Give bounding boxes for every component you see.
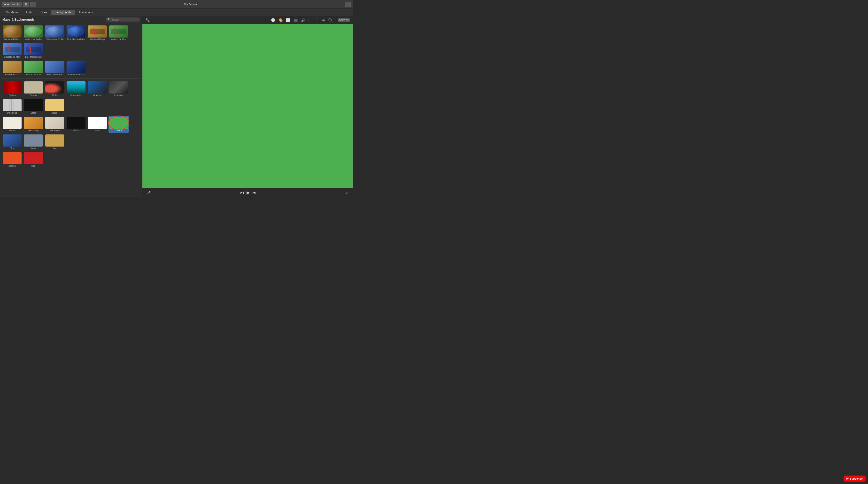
tab-my-media[interactable]: My Media [2,10,22,15]
next-button[interactable]: ⏭ [252,190,256,195]
player-center: ⏮ ▶ ⏭ [240,190,256,195]
download-button[interactable]: ↓ [30,2,36,7]
list-item[interactable]: Paper [2,116,22,133]
thumb-label: Blue Marble Globe [67,38,85,41]
thumb-old-world-map [88,25,107,37]
movie-title: My Movie [184,2,197,6]
thumb-white [88,117,107,129]
thumb-label: Watercolor Still [26,73,41,76]
tab-audio[interactable]: Audio [22,10,37,15]
thumb-black [67,117,86,129]
tab-transitions[interactable]: Transitions [75,10,96,15]
camera-icon[interactable]: 📹 [293,18,299,23]
thumb-stars [24,99,43,111]
speed-icon[interactable]: ⏱ [315,18,319,23]
panel-title: Maps & Backgrounds [2,18,35,21]
thumb-watercolor-still [24,61,43,73]
list-item[interactable]: Educational Map [2,42,22,59]
fullscreen-icon[interactable]: ⤢ [345,190,349,195]
back-icon: ◀ [4,3,6,6]
backgrounds-grid: Curtain Organic Blobs Underwater Gradien… [2,81,140,115]
tab-backgrounds[interactable]: Backgrounds [51,10,75,15]
list-item[interactable]: Red [23,151,43,168]
projects-button[interactable]: ◀ ◀ Projects [2,2,22,6]
list-item[interactable]: Educational Still [44,60,65,77]
list-item[interactable]: Underwater [66,81,86,97]
stabilize-icon[interactable]: ⊕ [321,18,326,23]
list-item[interactable]: Educational Globe [44,25,65,41]
nav-tabs: My Media Audio Titles Backgrounds Transi… [0,9,352,16]
mic-icon[interactable]: 🎤 [146,190,151,195]
backgrounds-grid-3: Orange Red [2,151,140,168]
thumb-label: Black [73,129,79,132]
projects-label: ◀ Projects [7,3,20,6]
player-controls: 🎤 ⏮ ▶ ⏭ ⤢ [143,188,352,197]
list-item[interactable]: Blue Marble Map [23,42,43,59]
thumb-label: Gray [31,147,36,150]
top-bar: ◀ ◀ Projects ⊞ ↓ My Movie ↑ [0,0,352,9]
maps-grid: Old World Globe Watercolor Globe Educati… [2,25,140,59]
info-icon[interactable]: ⓘ [328,18,333,23]
thumb-label: Pinstripes [7,112,17,114]
thumb-watercolor-map [109,25,128,37]
thumb-silk-orange [24,117,43,129]
list-item[interactable]: Old World Still [2,60,22,77]
list-item[interactable]: Gradient [87,81,107,97]
wave-icon[interactable]: 〰 [308,18,313,23]
thumb-label: Paper [9,129,15,132]
thumb-label: Industrial [114,94,123,97]
thumb-label: Blue Marble Still [68,73,84,76]
list-item[interactable]: Black [66,116,86,133]
play-button[interactable]: ▶ [247,190,250,195]
list-item[interactable]: Blue [2,134,22,150]
thumb-label: Educational Globe [46,38,64,41]
thumb-label: Silk-Beige [50,129,60,132]
list-item[interactable]: Old World Globe [2,25,22,41]
crop-icon[interactable]: ⬜ [285,18,291,23]
list-item[interactable]: Silk-Orange [23,116,43,133]
list-item[interactable]: White [87,116,107,133]
list-item[interactable]: Gray [23,134,43,150]
list-item[interactable]: Blue Marble Still [66,60,86,77]
audio-icon[interactable]: 🔊 [300,18,306,23]
show-all-button[interactable]: Show All [338,18,350,22]
list-item[interactable]: Industrial [108,81,129,97]
list-item[interactable]: Green [108,116,129,133]
list-item[interactable]: Blobs [44,81,65,97]
list-item[interactable]: Tan [44,134,65,150]
top-bar-left: ◀ ◀ Projects ⊞ ↓ [2,2,36,7]
mic-section: 🎤 [146,191,151,194]
list-item[interactable]: Old World Map [87,25,107,41]
list-item[interactable]: Watercolor Still [23,60,43,77]
list-item[interactable]: Blue Marble Globe [66,25,86,41]
thumb-old-world-still [3,61,22,73]
prev-button[interactable]: ⏮ [240,190,244,195]
layout-button[interactable]: ⊞ [23,2,29,7]
toolbar-icons-left: 🔧 [145,18,150,23]
thumb-paper [3,117,22,129]
thumb-label: Old World Still [5,73,19,76]
list-item[interactable]: Orange [2,151,22,168]
thumb-label: Watercolor Globe [25,38,42,41]
wrench-icon[interactable]: 🔧 [145,18,150,23]
list-item[interactable]: Silk-Beige [44,116,65,133]
right-panel: 🔧 ⚪ 🎨 ⬜ 📹 🔊 〰 ⏱ ⊕ ⓘ Show All 🎤 [143,16,352,197]
search-input[interactable] [112,18,138,21]
palette-icon[interactable]: 🎨 [278,18,283,23]
thumb-label: White [94,129,100,132]
list-item[interactable]: Pinstripes [2,98,22,115]
thumb-blobs [45,81,64,93]
thumb-pinstripes [3,99,22,111]
thumb-educational-map [3,43,22,55]
list-item[interactable]: Curtain [2,81,22,97]
toolbar-divider [335,18,335,22]
list-item[interactable]: Watercolor Map [108,25,129,41]
share-button[interactable]: ↑ [345,2,351,7]
tab-titles[interactable]: Titles [37,10,51,15]
list-item[interactable]: Watercolor Globe [23,25,43,41]
color-icon[interactable]: ⚪ [270,18,276,23]
list-item[interactable]: Stars [23,98,43,115]
thumb-educational-globe [45,25,64,37]
list-item[interactable]: Organic [23,81,43,97]
list-item[interactable]: Retro [44,98,65,115]
